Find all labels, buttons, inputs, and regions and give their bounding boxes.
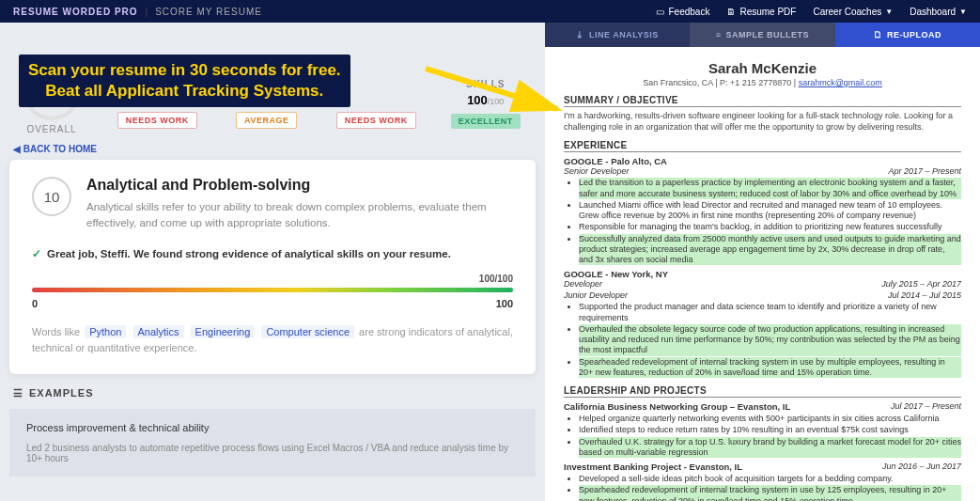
section-summary: SUMMARY / OBJECTIVE <box>564 95 961 107</box>
promo-banner: Scan your resume in 30 seconds for free.… <box>19 55 350 107</box>
examples-heading: ☰EXAMPLES <box>13 387 532 399</box>
example-item: Process improvement & technical ability … <box>9 409 536 477</box>
resume-preview: Sarah McKenzie San Francsico, CA | P: +1… <box>545 47 980 501</box>
tag-python[interactable]: Python <box>85 325 126 338</box>
check-icon: ✓ <box>32 247 41 260</box>
resume-pdf-link[interactable]: 🗎Resume PDF <box>726 7 796 17</box>
separator: | <box>146 7 148 17</box>
list-icon: ☰ <box>13 387 23 399</box>
tab-sample-bullets[interactable]: ≡SAMPLE BULLETS <box>690 23 834 47</box>
resume-contact: San Francsico, CA | P: +1 215 2778870 | … <box>564 78 961 87</box>
upload-icon: 🗋 <box>874 30 883 39</box>
score-bar-value: 100/100 <box>32 274 513 284</box>
chat-icon: ▭ <box>656 7 664 17</box>
needs-work-badge: NEEDS WORK <box>336 112 416 129</box>
tab-reupload[interactable]: 🗋RE-UPLOAD <box>835 23 980 47</box>
chevron-down-icon: ▼ <box>959 8 967 16</box>
chevron-down-icon: ▼ <box>885 8 893 16</box>
needs-work-badge: NEEDS WORK <box>117 112 197 129</box>
career-coaches-menu[interactable]: Career Coaches▼ <box>813 7 893 17</box>
tag-cs[interactable]: Computer science <box>261 325 354 338</box>
tab-line-analysis[interactable]: ⤓LINE ANALYSIS <box>545 23 690 47</box>
back-to-home-link[interactable]: ◀ BACK TO HOME <box>13 144 97 154</box>
summary-text: I'm a hardworking, results-driven softwa… <box>564 111 961 133</box>
job1-bullets: Led the transition to a paperless practi… <box>564 178 961 265</box>
section-leadership: LEADERSHIP AND PROJECTS <box>564 385 961 398</box>
card-title: Analytical and Problem-solving <box>86 177 513 194</box>
excellent-badge: EXCELLENT <box>451 114 521 129</box>
page-subtitle: SCORE MY RESUME <box>155 7 262 17</box>
document-icon: 🗎 <box>726 7 736 17</box>
skills-score: 100/100 <box>436 93 537 107</box>
card-score-circle: 10 <box>32 177 71 216</box>
lead1-bullets: Helped organize quarterly networking eve… <box>564 414 961 458</box>
feedback-message: ✓ Great job, Steffi. We found strong evi… <box>32 247 513 260</box>
tag-analytics[interactable]: Analytics <box>133 325 184 338</box>
feedback-link[interactable]: ▭Feedback <box>656 7 709 17</box>
average-badge: AVERAGE <box>236 112 297 129</box>
dashboard-menu[interactable]: Dashboard▼ <box>910 7 967 17</box>
section-experience: EXPERIENCE <box>564 140 961 152</box>
list-icon: ≡ <box>716 30 722 39</box>
analytical-card: 10 Analytical and Problem-solving Analyt… <box>9 160 536 374</box>
resume-name: Sarah McKenzie <box>564 60 961 76</box>
top-navbar: RESUME WORDED PRO | SCORE MY RESUME ▭Fee… <box>0 0 980 23</box>
job2-bullets: Supported the product manager and data s… <box>564 302 961 378</box>
brand-logo: RESUME WORDED PRO <box>13 7 138 17</box>
download-icon: ⤓ <box>576 30 584 39</box>
resume-email-link[interactable]: sarahmck@gmail.com <box>799 78 882 87</box>
indicator-tags-line: Words like Python Analytics Engineering … <box>32 324 513 357</box>
tag-engineering[interactable]: Engineering <box>191 325 256 338</box>
lead2-bullets: Developed a sell-side ideas pitch book o… <box>564 474 961 501</box>
right-panel-tabs: ⤓LINE ANALYSIS ≡SAMPLE BULLETS 🗋RE-UPLOA… <box>545 23 980 47</box>
score-gradient-bar <box>32 288 513 292</box>
card-description: Analytical skills refer to your ability … <box>86 199 513 232</box>
skills-label: SKILLS <box>436 79 537 89</box>
